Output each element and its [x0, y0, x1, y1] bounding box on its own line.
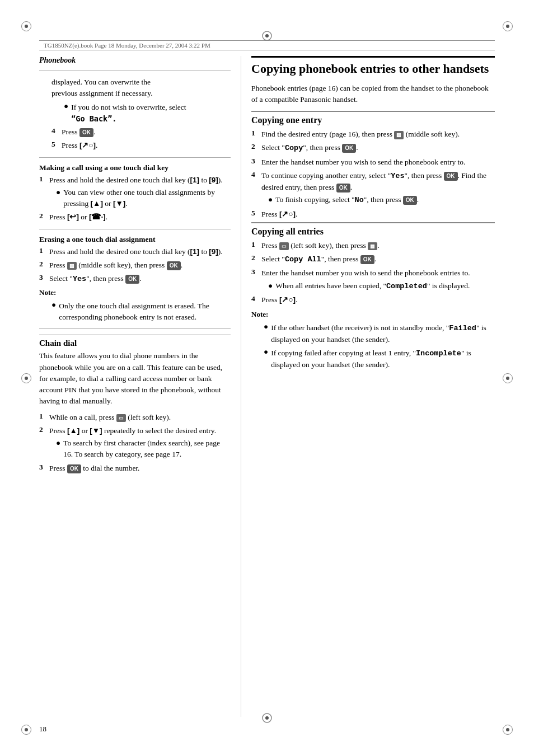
chain-step-num-2: 2	[39, 425, 49, 461]
making-step-1: 1 Press and hold the desired one touch d…	[39, 175, 231, 210]
making-step-num-2: 2	[39, 212, 49, 223]
copy-one-step-num-4: 4	[251, 170, 261, 206]
step5-key: [↗○]	[79, 141, 96, 149]
making-step-2-content: Press [↩] or [☎·].	[49, 212, 231, 223]
chain-dial-heading: Chain dial	[39, 335, 231, 348]
making-step-num-1: 1	[39, 175, 49, 210]
copying-all-heading: Copying all entries	[251, 222, 495, 237]
copy-all-step-4-content: Press [↗○].	[261, 294, 495, 306]
reg-mark-br	[503, 725, 513, 735]
svg-point-3	[265, 34, 269, 37]
svg-point-1	[265, 716, 269, 720]
copy-one-step-4-content: To continue copying another entry, selec…	[261, 170, 495, 206]
chain-step-2: 2 Press [▲] or [▼] repeatedly to select …	[39, 425, 231, 461]
copy-all-step-num-1: 1	[251, 240, 261, 251]
ok-btn-all2: OK	[360, 255, 374, 264]
copy-all-step-1: 1 Press ▭ (left soft key), then press ▦.	[251, 240, 495, 251]
bullet-dot: ●	[64, 102, 68, 125]
step-5-content: Press [↗○].	[62, 140, 231, 151]
intro-bullet1: ● If you do not wish to overwrite, selec…	[64, 102, 231, 125]
erasing-step-1: 1 Press and hold the desired one touch d…	[39, 246, 231, 257]
erasing-step-2-content: Press ▦ (middle soft key), then press OK…	[49, 260, 231, 271]
step-4: 4 Press OK.	[51, 126, 231, 138]
header-text: TG1850NZ(e).book Page 18 Monday, Decembe…	[44, 42, 210, 49]
copy-all-step-1-content: Press ▭ (left soft key), then press ▦.	[261, 240, 495, 251]
chain-step-1: 1 While on a call, press ▭ (left soft ke…	[39, 412, 231, 423]
erasing-note-bullet: ● Only the one touch dial assignment is …	[51, 300, 231, 323]
copy-all-step-3-content: Enter the handset number you wish to sen…	[261, 267, 495, 292]
erasing-step-num-2: 2	[39, 260, 49, 271]
copy-all-note-label: Note:	[251, 309, 495, 320]
making-step-1-content: Press and hold the desired one touch dia…	[49, 175, 231, 210]
erasing-step-3-content: Select "Yes", then press OK.	[49, 273, 231, 285]
section-title: Phonebook	[39, 56, 231, 65]
copy-all-step-3: 3 Enter the handset number you wish to s…	[251, 267, 495, 292]
making-step-2: 2 Press [↩] or [☎·].	[39, 212, 231, 223]
erasing-heading: Erasing a one touch dial assignment	[39, 235, 231, 244]
copying-one-heading: Copying one entry	[251, 111, 495, 125]
erasing-step-3: 3 Select "Yes", then press OK.	[39, 273, 231, 285]
step-num-4: 4	[51, 126, 62, 138]
erasing-note-label: Note:	[39, 287, 231, 298]
copy-all-step-2: 2 Select "Copy All", then press OK.	[251, 253, 495, 265]
left-column: Phonebook displayed. You can overwrite t…	[39, 56, 241, 717]
intro-line1: displayed. You can overwrite theprevious…	[51, 77, 231, 100]
copy-one-step-4: 4 To continue copying another entry, sel…	[251, 170, 495, 206]
ok-btn-copy2: OK	[342, 144, 356, 153]
erasing-step-2: 2 Press ▦ (middle soft key), then press …	[39, 260, 231, 271]
erasing-note-text: Only the one touch dial assignment is er…	[59, 300, 231, 323]
intro-bullet1-text: If you do not wish to overwrite, select“…	[71, 102, 231, 125]
chain-step-num-3: 3	[39, 463, 49, 474]
ok-btn-copy4-no: OK	[403, 196, 417, 205]
copy-all-step-num-4: 4	[251, 294, 261, 306]
copy-all-step-num-3: 3	[251, 267, 261, 292]
copy-one-step-2-content: Select "Copy", then press OK.	[261, 142, 495, 154]
chain-step-num-1: 1	[39, 412, 49, 423]
step-4-content: Press OK.	[62, 126, 231, 138]
middle-softkey-all: ▦	[368, 242, 377, 251]
ok-btn-chain3: OK	[67, 464, 81, 473]
ok-btn-erase2: OK	[167, 261, 181, 270]
copy-one-sub-bullet: ● To finish copying, select "No", then p…	[268, 194, 495, 206]
chain-step-3: 3 Press OK to dial the number.	[39, 463, 231, 474]
copy-one-step-num-2: 2	[251, 142, 261, 154]
page: TG1850NZ(e).book Page 18 Monday, Decembe…	[0, 0, 534, 756]
copy-intro: Phonebook entries (page 16) can be copie…	[251, 83, 495, 106]
copy-one-step-3: 3 Enter the handset number you wish to s…	[251, 157, 495, 168]
chain-step-3-content: Press OK to dial the number.	[49, 463, 231, 474]
middle-softkey-copy1: ▦	[394, 131, 404, 139]
copy-all-note-bullet2: ● If copying failed after copying at lea…	[264, 348, 495, 371]
erasing-step-num-3: 3	[39, 273, 49, 285]
chain-dial-body: This feature allows you to dial phone nu…	[39, 350, 231, 407]
step-5: 5 Press [↗○].	[51, 140, 231, 151]
section-heading-copy: Copying phonebook entries to other hands…	[251, 56, 495, 77]
middle-softkey-icon: ▦	[67, 262, 77, 270]
content-area: Phonebook displayed. You can overwrite t…	[39, 56, 495, 717]
reg-mark-tl	[21, 21, 31, 31]
copy-one-step-1: 1 Find the desired entry (page 16), then…	[251, 129, 495, 140]
erasing-step-num-1: 1	[39, 246, 49, 257]
copy-all-sub-bullet: ● When all entries have been copied, "Co…	[268, 280, 495, 292]
ok-button-4: OK	[79, 128, 93, 137]
copy-one-step-5-content: Press [↗○].	[261, 209, 495, 220]
reg-mark-mr	[503, 373, 513, 383]
copy-one-step-1-content: Find the desired entry (page 16), then p…	[261, 129, 495, 140]
copy-one-step-3-content: Enter the handset number you wish to sen…	[261, 157, 495, 168]
copy-one-step-num-3: 3	[251, 157, 261, 168]
reg-mark-tc	[262, 31, 272, 43]
ok-btn-erase3: OK	[125, 275, 139, 284]
right-column: Copying phonebook entries to other hands…	[241, 56, 495, 717]
making-call-heading: Making a call using a one touch dial key	[39, 163, 231, 172]
reg-mark-bc	[262, 713, 272, 725]
intro-block: displayed. You can overwrite theprevious…	[51, 77, 231, 125]
copy-all-step-4: 4 Press [↗○].	[251, 294, 495, 306]
copy-one-step-num-5: 5	[251, 209, 261, 220]
step-num-5: 5	[51, 140, 62, 151]
reg-mark-bl	[21, 725, 31, 735]
chain-step-1-content: While on a call, press ▭ (left soft key)…	[49, 412, 231, 423]
left-softkey-all: ▭	[279, 242, 289, 251]
copy-one-step-2: 2 Select "Copy", then press OK.	[251, 142, 495, 154]
page-number: 18	[39, 725, 46, 734]
reg-mark-ml	[21, 373, 31, 383]
ok-btn-copy4: OK	[444, 172, 458, 181]
